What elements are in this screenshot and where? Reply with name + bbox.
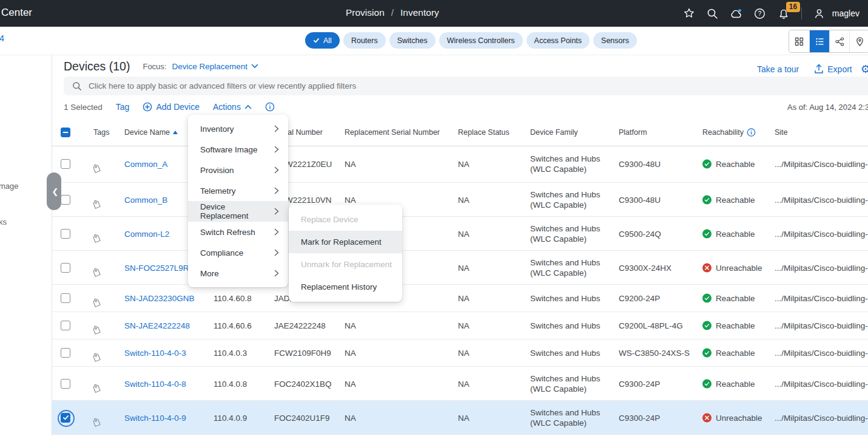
sidebar-clipped-item-2[interactable]: ks bbox=[0, 217, 7, 227]
device-name-link[interactable]: SN-JAE24222248 bbox=[124, 321, 190, 330]
breadcrumb-inventory[interactable]: Inventory bbox=[400, 7, 439, 18]
table-row[interactable]: SN-JAE24222248110.4.60.6JAE24222248NANAS… bbox=[52, 312, 868, 339]
reachability-label: Reachable bbox=[716, 160, 755, 169]
menu-item-switch-refresh[interactable]: Switch Refresh bbox=[188, 222, 288, 242]
tag-icon[interactable] bbox=[90, 351, 103, 364]
bell-icon[interactable]: 16 bbox=[778, 7, 790, 19]
grid-view-icon[interactable] bbox=[789, 30, 809, 52]
tag-button[interactable]: Tag bbox=[116, 102, 130, 112]
menu-item-software-image[interactable]: Software Image bbox=[188, 139, 288, 160]
main-content: Devices (10) Focus: Device Replacement T… bbox=[52, 55, 868, 436]
row-checkbox[interactable] bbox=[61, 263, 70, 273]
col-platform: Platform bbox=[619, 128, 647, 137]
reachability-cell: Reachable bbox=[702, 379, 755, 388]
device-name-link[interactable]: SN-FOC2527L9RG bbox=[124, 263, 195, 272]
tag-icon[interactable] bbox=[90, 296, 103, 310]
tag-icon[interactable] bbox=[90, 232, 103, 245]
filter-pill-wireless-controllers[interactable]: Wireless Controllers bbox=[439, 32, 523, 49]
ip-address-cell: 110.4.60.6 bbox=[214, 321, 252, 330]
row-checkbox[interactable] bbox=[61, 413, 70, 423]
replace-status-cell: NA bbox=[458, 379, 469, 388]
menu-item-compliance[interactable]: Compliance bbox=[188, 242, 288, 263]
table-row[interactable]: Switch-110-4-0-8110.4.0.8FOC2402X1BQNANA… bbox=[52, 367, 868, 401]
device-name-link[interactable]: Common_A bbox=[124, 160, 167, 169]
filter-pill-all[interactable]: All bbox=[305, 32, 340, 49]
device-table-body: Common_AFCW2221Z0EUNANASwitches and Hubs… bbox=[52, 146, 868, 435]
filter-pill-routers[interactable]: Routers bbox=[343, 32, 386, 49]
device-name-link[interactable]: Switch-110-4-0-3 bbox=[124, 349, 186, 358]
star-icon[interactable] bbox=[683, 7, 695, 19]
tag-icon[interactable] bbox=[90, 416, 103, 429]
col-device-name[interactable]: Device Name bbox=[124, 128, 178, 137]
focus-dropdown[interactable]: Device Replacement bbox=[172, 62, 258, 71]
table-row[interactable]: Switch-110-4-0-9110.4.0.9FOC2402U1F9NANA… bbox=[52, 401, 868, 435]
filter-pill-switches[interactable]: Switches bbox=[389, 32, 436, 49]
actions-menu-button[interactable]: Actions bbox=[213, 102, 252, 112]
row-checkbox[interactable] bbox=[61, 379, 70, 389]
table-row[interactable]: Common-L2NANASwitches and Hubs (WLC Capa… bbox=[52, 217, 868, 251]
submenu-item-mark-for-replacement[interactable]: Mark for Replacement bbox=[289, 231, 402, 253]
row-checkbox[interactable] bbox=[61, 159, 70, 169]
username[interactable]: maglev bbox=[832, 9, 860, 18]
select-all-checkbox[interactable] bbox=[61, 128, 70, 137]
clipped-left-link[interactable]: 4 bbox=[0, 33, 4, 43]
device-name-link[interactable]: Switch-110-4-0-8 bbox=[124, 379, 186, 388]
row-checkbox[interactable] bbox=[61, 321, 70, 330]
device-name-link[interactable]: SN-JAD23230GNB bbox=[124, 294, 195, 303]
help-icon[interactable]: ? bbox=[754, 7, 766, 19]
filter-pill-label: Access Points bbox=[534, 36, 582, 45]
reachability-info-icon[interactable] bbox=[747, 128, 756, 137]
user-icon[interactable] bbox=[813, 7, 826, 19]
table-row[interactable]: Switch-110-4-0-3110.4.0.3FCW2109F0H9NANA… bbox=[52, 339, 868, 367]
row-checkbox[interactable] bbox=[61, 195, 70, 205]
menu-item-provision[interactable]: Provision bbox=[188, 160, 288, 180]
reachability-label: Reachable bbox=[716, 349, 755, 358]
table-row[interactable]: SN-JAD23230GNB110.4.60.8JAD23230GNBNANAS… bbox=[52, 285, 868, 312]
menu-item-inventory[interactable]: Inventory bbox=[188, 118, 288, 139]
notification-badge[interactable]: 16 bbox=[786, 2, 800, 12]
row-checkbox[interactable] bbox=[61, 229, 70, 239]
filter-pill-sensors[interactable]: Sensors bbox=[593, 32, 637, 49]
tag-icon[interactable] bbox=[90, 382, 103, 395]
device-name-link[interactable]: Common_B bbox=[124, 195, 167, 204]
device-name-link[interactable]: Common-L2 bbox=[124, 229, 169, 238]
tag-icon[interactable] bbox=[90, 266, 103, 279]
row-checkbox[interactable] bbox=[61, 293, 70, 303]
list-view-icon[interactable] bbox=[809, 30, 829, 52]
platform-cell: C9300-24P bbox=[619, 379, 660, 388]
tag-icon[interactable] bbox=[90, 324, 103, 337]
menu-item-label: Telemetry bbox=[200, 186, 236, 196]
map-view-icon[interactable] bbox=[849, 30, 868, 52]
tag-icon[interactable] bbox=[90, 162, 103, 175]
table-row[interactable]: Common_BFCW2221L0VNNANASwitches and Hubs… bbox=[52, 183, 868, 217]
breadcrumb-provision[interactable]: Provision bbox=[346, 7, 385, 18]
table-row[interactable]: SN-FOC2527L9RGNANASwitches and Hubs (WLC… bbox=[52, 251, 868, 285]
search-icon[interactable] bbox=[707, 7, 719, 19]
sidebar-collapse-handle[interactable]: ❮ bbox=[47, 172, 61, 210]
chevron-right-icon bbox=[274, 228, 279, 236]
reachability-cell: Unreachable bbox=[702, 413, 762, 422]
add-device-button[interactable]: Add Device bbox=[143, 102, 200, 112]
sidebar-clipped-item-1[interactable]: mage bbox=[0, 182, 19, 191]
device-name-link[interactable]: Switch-110-4-0-9 bbox=[124, 413, 186, 422]
menu-item-label: Provision bbox=[200, 166, 234, 175]
topology-view-icon[interactable] bbox=[829, 30, 849, 52]
export-button[interactable]: Export bbox=[814, 64, 852, 74]
tag-icon[interactable] bbox=[90, 198, 103, 211]
submenu-item-replacement-history[interactable]: Replacement History bbox=[289, 276, 402, 298]
ip-address-cell: 110.4.60.8 bbox=[214, 294, 252, 303]
filter-pill-access-points[interactable]: Access Points bbox=[527, 32, 590, 49]
reachability-label: Reachable bbox=[716, 379, 755, 388]
menu-item-device-replacement[interactable]: Device Replacement bbox=[188, 201, 288, 222]
reachability-label: Unreachable bbox=[716, 413, 762, 422]
take-a-tour-link[interactable]: Take a tour bbox=[757, 64, 799, 74]
table-row[interactable]: Common_AFCW2221Z0EUNANASwitches and Hubs… bbox=[52, 146, 868, 183]
cloud-icon[interactable] bbox=[730, 7, 742, 19]
menu-item-telemetry[interactable]: Telemetry bbox=[188, 180, 288, 201]
table-settings-gear-icon[interactable]: ⚙ bbox=[861, 63, 868, 75]
reachability-cell: Reachable bbox=[702, 321, 755, 330]
actions-info-icon[interactable] bbox=[265, 102, 275, 112]
menu-item-more[interactable]: More bbox=[188, 263, 288, 284]
filter-search-bar[interactable]: Click here to apply basic or advanced fi… bbox=[64, 77, 868, 95]
row-checkbox[interactable] bbox=[61, 348, 70, 358]
